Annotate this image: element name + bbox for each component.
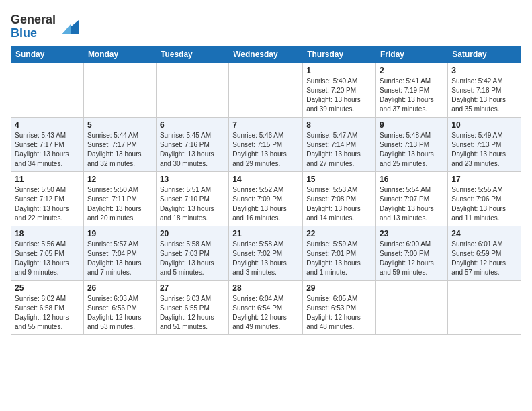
calendar-cell: 22Sunrise: 5:59 AM Sunset: 7:01 PM Dayli… <box>303 226 376 280</box>
day-number: 10 <box>451 120 517 130</box>
calendar-cell: 11Sunrise: 5:50 AM Sunset: 7:12 PM Dayli… <box>11 171 84 226</box>
calendar-cell: 21Sunrise: 5:58 AM Sunset: 7:02 PM Dayli… <box>229 226 303 280</box>
calendar-cell: 10Sunrise: 5:49 AM Sunset: 7:13 PM Dayli… <box>448 117 521 171</box>
calendar-cell: 15Sunrise: 5:53 AM Sunset: 7:08 PM Dayli… <box>303 171 376 226</box>
day-info: Sunrise: 5:41 AM Sunset: 7:19 PM Dayligh… <box>380 77 444 114</box>
day-info: Sunrise: 5:42 AM Sunset: 7:18 PM Dayligh… <box>451 77 517 114</box>
calendar-cell: 28Sunrise: 6:04 AM Sunset: 6:54 PM Dayli… <box>229 280 303 334</box>
calendar-cell <box>448 280 521 334</box>
day-info: Sunrise: 5:47 AM Sunset: 7:14 PM Dayligh… <box>306 131 372 169</box>
day-number: 8 <box>306 120 372 130</box>
calendar-cell: 16Sunrise: 5:54 AM Sunset: 7:07 PM Dayli… <box>376 171 448 226</box>
day-number: 12 <box>87 175 152 184</box>
day-number: 11 <box>15 175 80 184</box>
day-number: 7 <box>232 120 299 130</box>
day-number: 26 <box>87 283 152 293</box>
logo-general: General <box>11 13 56 26</box>
weekday-header-sunday: Sunday <box>11 46 84 62</box>
day-info: Sunrise: 6:01 AM Sunset: 6:59 PM Dayligh… <box>451 240 517 277</box>
day-number: 4 <box>15 120 80 130</box>
day-info: Sunrise: 6:02 AM Sunset: 6:58 PM Dayligh… <box>15 294 80 332</box>
day-number: 18 <box>15 229 80 238</box>
day-info: Sunrise: 6:05 AM Sunset: 6:53 PM Dayligh… <box>306 294 372 332</box>
day-info: Sunrise: 5:52 AM Sunset: 7:09 PM Dayligh… <box>232 185 299 223</box>
calendar-cell: 14Sunrise: 5:52 AM Sunset: 7:09 PM Dayli… <box>229 171 303 226</box>
day-info: Sunrise: 5:48 AM Sunset: 7:13 PM Dayligh… <box>380 131 444 169</box>
day-number: 6 <box>160 120 225 130</box>
day-number: 16 <box>380 175 444 184</box>
calendar-cell: 29Sunrise: 6:05 AM Sunset: 6:53 PM Dayli… <box>303 280 376 334</box>
day-info: Sunrise: 5:44 AM Sunset: 7:17 PM Dayligh… <box>87 131 152 169</box>
day-number: 13 <box>160 175 225 184</box>
calendar-cell: 26Sunrise: 6:03 AM Sunset: 6:56 PM Dayli… <box>83 280 156 334</box>
day-info: Sunrise: 5:50 AM Sunset: 7:11 PM Dayligh… <box>87 185 152 223</box>
calendar-week-row: 18Sunrise: 5:56 AM Sunset: 7:05 PM Dayli… <box>11 226 521 280</box>
day-number: 1 <box>306 66 372 75</box>
day-info: Sunrise: 5:45 AM Sunset: 7:16 PM Dayligh… <box>160 131 225 169</box>
day-number: 25 <box>15 283 80 293</box>
day-info: Sunrise: 5:58 AM Sunset: 7:03 PM Dayligh… <box>160 240 225 277</box>
weekday-header-friday: Friday <box>376 46 448 62</box>
calendar-week-row: 4Sunrise: 5:43 AM Sunset: 7:17 PM Daylig… <box>11 117 521 171</box>
day-info: Sunrise: 5:50 AM Sunset: 7:12 PM Dayligh… <box>15 185 80 223</box>
day-number: 14 <box>232 175 299 184</box>
weekday-header-monday: Monday <box>83 46 156 62</box>
calendar-cell <box>229 62 303 117</box>
day-number: 19 <box>87 229 152 238</box>
calendar-cell: 9Sunrise: 5:48 AM Sunset: 7:13 PM Daylig… <box>376 117 448 171</box>
day-number: 22 <box>306 229 372 238</box>
calendar-cell <box>11 62 84 117</box>
weekday-header-thursday: Thursday <box>303 46 376 62</box>
day-number: 21 <box>232 229 299 238</box>
day-info: Sunrise: 5:56 AM Sunset: 7:05 PM Dayligh… <box>15 240 80 277</box>
day-info: Sunrise: 6:00 AM Sunset: 7:00 PM Dayligh… <box>380 240 444 277</box>
calendar-cell: 24Sunrise: 6:01 AM Sunset: 6:59 PM Dayli… <box>448 226 521 280</box>
day-info: Sunrise: 5:57 AM Sunset: 7:04 PM Dayligh… <box>87 240 152 277</box>
day-number: 29 <box>306 283 372 293</box>
day-number: 27 <box>160 283 225 293</box>
day-info: Sunrise: 5:53 AM Sunset: 7:08 PM Dayligh… <box>306 185 372 223</box>
calendar-cell: 4Sunrise: 5:43 AM Sunset: 7:17 PM Daylig… <box>11 117 84 171</box>
day-info: Sunrise: 5:43 AM Sunset: 7:17 PM Dayligh… <box>15 131 80 169</box>
calendar-header-row: SundayMondayTuesdayWednesdayThursdayFrid… <box>11 46 521 62</box>
day-info: Sunrise: 5:49 AM Sunset: 7:13 PM Dayligh… <box>451 131 517 169</box>
calendar-cell: 12Sunrise: 5:50 AM Sunset: 7:11 PM Dayli… <box>83 171 156 226</box>
day-number: 2 <box>380 66 444 75</box>
logo: General Blue <box>11 13 79 40</box>
day-number: 23 <box>380 229 444 238</box>
day-info: Sunrise: 5:58 AM Sunset: 7:02 PM Dayligh… <box>232 240 299 277</box>
logo-blue: Blue <box>11 26 37 40</box>
calendar-cell: 27Sunrise: 6:03 AM Sunset: 6:55 PM Dayli… <box>156 280 228 334</box>
calendar-cell: 17Sunrise: 5:55 AM Sunset: 7:06 PM Dayli… <box>448 171 521 226</box>
calendar-cell: 6Sunrise: 5:45 AM Sunset: 7:16 PM Daylig… <box>156 117 228 171</box>
day-info: Sunrise: 5:54 AM Sunset: 7:07 PM Dayligh… <box>380 185 444 223</box>
calendar-cell: 1Sunrise: 5:40 AM Sunset: 7:20 PM Daylig… <box>303 62 376 117</box>
calendar-cell <box>376 280 448 334</box>
day-info: Sunrise: 5:51 AM Sunset: 7:10 PM Dayligh… <box>160 185 225 223</box>
calendar-cell: 2Sunrise: 5:41 AM Sunset: 7:19 PM Daylig… <box>376 62 448 117</box>
weekday-header-wednesday: Wednesday <box>229 46 303 62</box>
svg-marker-1 <box>62 24 71 34</box>
calendar-cell <box>156 62 228 117</box>
day-info: Sunrise: 5:59 AM Sunset: 7:01 PM Dayligh… <box>306 240 372 277</box>
day-info: Sunrise: 6:03 AM Sunset: 6:56 PM Dayligh… <box>87 294 152 332</box>
weekday-header-tuesday: Tuesday <box>156 46 228 62</box>
calendar-table: SundayMondayTuesdayWednesdayThursdayFrid… <box>11 46 521 335</box>
calendar-cell: 13Sunrise: 5:51 AM Sunset: 7:10 PM Dayli… <box>156 171 228 226</box>
day-number: 28 <box>232 283 299 293</box>
calendar-cell <box>83 62 156 117</box>
day-info: Sunrise: 5:46 AM Sunset: 7:15 PM Dayligh… <box>232 131 299 169</box>
logo-icon <box>57 17 79 36</box>
day-number: 24 <box>451 229 517 238</box>
day-info: Sunrise: 5:55 AM Sunset: 7:06 PM Dayligh… <box>451 185 517 223</box>
weekday-header-saturday: Saturday <box>448 46 521 62</box>
calendar-cell: 18Sunrise: 5:56 AM Sunset: 7:05 PM Dayli… <box>11 226 84 280</box>
calendar-cell: 5Sunrise: 5:44 AM Sunset: 7:17 PM Daylig… <box>83 117 156 171</box>
calendar-cell: 8Sunrise: 5:47 AM Sunset: 7:14 PM Daylig… <box>303 117 376 171</box>
day-number: 17 <box>451 175 517 184</box>
header: General Blue <box>11 11 521 40</box>
calendar-week-row: 1Sunrise: 5:40 AM Sunset: 7:20 PM Daylig… <box>11 62 521 117</box>
calendar-cell: 20Sunrise: 5:58 AM Sunset: 7:03 PM Dayli… <box>156 226 228 280</box>
calendar-week-row: 11Sunrise: 5:50 AM Sunset: 7:12 PM Dayli… <box>11 171 521 226</box>
calendar-cell: 25Sunrise: 6:02 AM Sunset: 6:58 PM Dayli… <box>11 280 84 334</box>
